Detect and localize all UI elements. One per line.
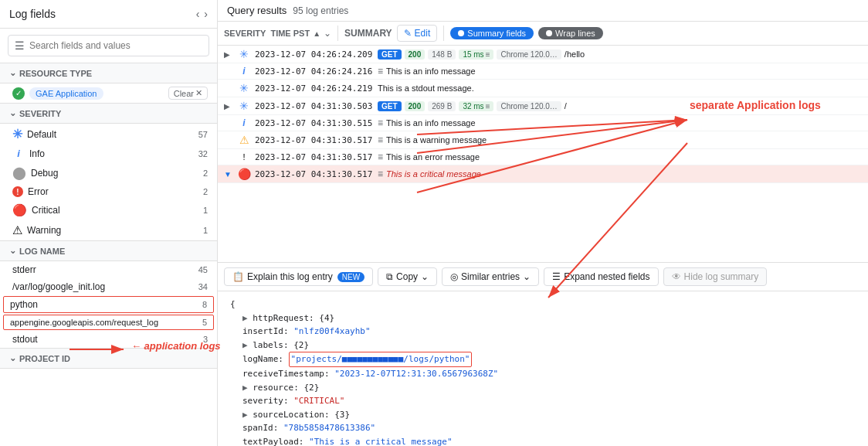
severity-item-error[interactable]: ! Error 2 [0,183,217,200]
log-item-appengine[interactable]: appengine.googleapis.com/request_log 5 [3,315,214,330]
gae-label: GAE Application [36,89,97,98]
severity-item-info[interactable]: i Info 32 [0,145,217,162]
expand-tri-icon[interactable]: ▶ [242,383,248,393]
section-resource-type[interactable]: ⌄ RESOURCE TYPE [0,63,217,83]
severity-info-count: 32 [198,149,208,158]
severity-debug-count: 2 [203,169,208,178]
filter-icon: ☰ [15,39,25,52]
copy-icon: ⧉ [386,271,393,282]
sidebar-header: Log fields ‹ › [0,0,217,29]
wrap-lines-toggle[interactable]: Wrap lines [538,27,603,39]
bytes-badge: 269 B [428,101,456,111]
path-value: / [565,101,567,111]
chevron-down-icon: ⌄ [9,68,16,78]
query-header: Query results 95 log entries [218,0,868,22]
expand-arrow[interactable]: ▶ [224,102,233,111]
similar-button[interactable]: ◎ Similar entries ⌄ [442,267,539,286]
log-python-label: python [10,299,198,310]
log-summary: ≡ This is an error message [378,152,862,162]
log-message: This is an info message [386,66,476,76]
severity-warning-count: 1 [203,226,208,235]
severity-error-label: Error [28,186,198,197]
severity-item-critical[interactable]: 🔴 Critical 1 [0,200,217,220]
copy-button[interactable]: ⧉ Copy ⌄ [378,267,437,286]
info-icon: i [236,117,252,128]
dropdown-icon: ⌄ [324,28,331,39]
log-time: 2023-12-07 04:26:24.216 [255,66,375,77]
info-icon: i [12,148,25,159]
log-row-critical[interactable]: ▼ 🔴 2023-12-07 04:31:30.517 ≡ This is a … [218,165,868,183]
log-time: 2023-12-07 04:31:30.517 [255,169,375,179]
log-row[interactable]: ▶ ✳ 2023-12-07 04:26:24.209 GET 200 148 … [218,46,868,63]
log-row[interactable]: ▶ ! 2023-12-07 04:31:30.517 ≡ This is an… [218,149,868,165]
explain-button[interactable]: 📋 Explain this log entry NEW [224,267,373,286]
section-project-id[interactable]: ⌄ PROJECT ID [0,348,217,369]
search-box[interactable]: ☰ [8,35,209,56]
section-log-name[interactable]: ⌄ LOG NAME [0,240,217,261]
severity-item-debug[interactable]: ⬤ Debug 2 [0,162,217,183]
expand-arrow[interactable]: ▶ [224,50,233,59]
edit-button[interactable]: ✎ Edit [397,25,438,42]
sidebar-nav-forward[interactable]: › [204,8,208,20]
chevron-down-icon: ⌄ [9,108,16,118]
search-input[interactable] [29,40,202,51]
edit-icon: ✎ [404,28,412,39]
detail-actions: 📋 Explain this log entry NEW ⧉ Copy ⌄ ◎ … [218,263,868,291]
toolbar-divider-1 [337,26,338,41]
json-resource[interactable]: ▶ resource: {2} [242,381,856,395]
log-message: This is an info message [386,118,476,128]
summary-label: SUMMARY [344,28,392,39]
json-source-location[interactable]: ▶ sourceLocation: {3} [242,408,856,422]
json-http-request[interactable]: ▶ httpRequest: {4} [242,312,856,325]
gae-chip: GAE Application [29,87,103,100]
debug-icon: ⬤ [12,165,26,180]
log-item-stdout[interactable]: stdout 3 [0,331,217,348]
severity-item-default[interactable]: ✳ Default 57 [0,124,217,145]
severity-warning-label: Warning [27,225,198,236]
dropdown-icon: ⌄ [523,271,531,282]
clear-button[interactable]: Clear ✕ [168,87,208,100]
resource-type-label: RESOURCE TYPE [19,69,92,78]
log-item-stderr[interactable]: stderr 45 [0,261,217,278]
severity-item-warning[interactable]: ⚠ Warning 1 [0,220,217,240]
summary-fields-toggle[interactable]: Summary fields [450,27,534,39]
asterisk-icon: ✳ [236,82,252,94]
log-row[interactable]: ▶ i 2023-12-07 04:31:30.515 ≡ This is an… [218,115,868,131]
expand-nested-button[interactable]: ☰ Expand nested fields [544,267,658,286]
detail-panel: 📋 Explain this log entry NEW ⧉ Copy ⌄ ◎ … [218,262,868,446]
log-row[interactable]: ▶ ✳ 2023-12-07 04:31:30.503 GET 200 269 … [218,97,868,115]
json-labels[interactable]: ▶ labels: {2} [242,339,856,352]
sidebar-nav-back[interactable]: ‹ [196,8,200,20]
summary-lines-icon: ≡ [378,66,383,77]
severity-filter-label: SEVERITY [224,29,266,38]
sidebar: Log fields ‹ › ☰ ⌄ RESOURCE TYPE ✓ GAE [0,0,218,446]
expand-arrow[interactable]: ▼ [224,170,233,179]
method-badge: GET [378,101,402,111]
log-summary: GET 200 269 B 32 ms ≡ Chrome 120.0… / [378,101,862,111]
time-filter[interactable]: TIME PST ▲ ⌄ [270,28,331,39]
expand-tri-icon[interactable]: ▶ [242,410,248,420]
section-severity[interactable]: ⌄ SEVERITY [0,103,217,124]
log-item-python[interactable]: python 8 [3,296,214,313]
log-summary: ≡ This is an info message [378,117,862,128]
dropdown-icon: ⌄ [421,271,429,282]
severity-filter[interactable]: SEVERITY [224,29,266,38]
expand-icon: ☰ [552,271,561,282]
log-summary: ≡ This is a warning message [378,134,862,145]
log-row[interactable]: ▶ ✳ 2023-12-07 04:26:24.219 This is a st… [218,80,868,97]
toggle-dot2 [546,30,552,36]
hide-summary-button[interactable]: 👁 Hide log summary [663,267,768,286]
info-icon: i [236,66,252,77]
error-icon: ! [12,186,23,197]
log-row[interactable]: ▶ ⚠ 2023-12-07 04:31:30.517 ≡ This is a … [218,131,868,149]
status-badge: 200 [405,101,426,111]
log-message: This is a warning message [386,135,487,145]
log-stdout-label: stdout [12,334,198,345]
json-open-brace: { [230,298,856,312]
expand-tri-icon[interactable]: ▶ [242,340,248,350]
query-title: Query results [227,5,287,16]
log-item-google-init[interactable]: /var/log/google_init.log 34 [0,278,217,295]
log-row[interactable]: ▶ i 2023-12-07 04:26:24.216 ≡ This is an… [218,63,868,80]
summary-lines-icon: ≡ [378,117,383,128]
expand-tri-icon[interactable]: ▶ [242,313,248,323]
